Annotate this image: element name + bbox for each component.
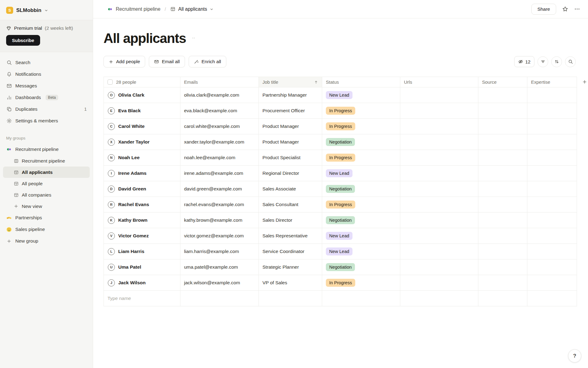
expertise-cell[interactable] (527, 87, 577, 103)
workspace-switcher[interactable]: S SLMobbin (0, 0, 93, 20)
email-cell[interactable]: carol.white@example.com (180, 119, 259, 134)
table-row[interactable]: D David Green david.green@example.com Sa… (104, 181, 577, 197)
star-icon[interactable] (562, 6, 568, 12)
status-cell[interactable]: Negotiation (322, 134, 400, 150)
urls-cell[interactable] (400, 181, 478, 197)
email-cell[interactable]: liam.harris@example.com (180, 244, 259, 259)
urls-cell[interactable] (400, 259, 478, 275)
sidebar-item-notifications[interactable]: Notifications (3, 68, 90, 80)
name-cell[interactable]: E Eva Black (104, 103, 180, 118)
name-cell[interactable]: X Xander Taylor (104, 134, 180, 150)
breadcrumb-view[interactable]: All applicants (178, 6, 207, 12)
view-recruitment-pipeline[interactable]: Recruitment pipeline (3, 155, 90, 167)
urls-cell[interactable] (400, 134, 478, 150)
table-row[interactable]: C Carol White carol.white@example.com Pr… (104, 119, 577, 134)
email-cell[interactable]: rachel.evans@example.com (180, 197, 259, 212)
source-cell[interactable] (478, 103, 527, 118)
add-column-button[interactable] (581, 78, 588, 86)
expertise-cell[interactable] (527, 103, 577, 118)
email-cell[interactable]: uma.patel@example.com (180, 259, 259, 275)
column-header-emails[interactable]: Emails (180, 77, 259, 87)
name-cell[interactable]: N Noah Lee (104, 150, 180, 165)
table-row[interactable]: R Rachel Evans rachel.evans@example.com … (104, 197, 577, 213)
email-cell[interactable]: jack.wilson@example.com (180, 275, 259, 290)
column-header-source[interactable]: Source (478, 77, 527, 87)
source-cell[interactable] (478, 197, 527, 212)
group-recruitment-pipeline[interactable]: Recruitment pipeline (3, 144, 90, 155)
email-cell[interactable]: xander.taylor@example.com (180, 134, 259, 150)
status-cell[interactable]: In Progress (322, 150, 400, 165)
job-title-cell[interactable]: Sales Associate (259, 181, 322, 197)
sort-button[interactable] (551, 56, 562, 67)
expertise-cell[interactable] (527, 244, 577, 259)
more-options-icon[interactable] (574, 6, 580, 12)
status-cell[interactable]: In Progress (322, 197, 400, 212)
chevron-down-icon[interactable] (210, 7, 213, 11)
urls-cell[interactable] (400, 150, 478, 165)
column-header-job-title[interactable]: Job title (259, 77, 322, 87)
urls-cell[interactable] (400, 166, 478, 181)
sidebar-item-dashboards[interactable]: Dashboards Beta (3, 92, 90, 103)
table-row[interactable]: K Kathy Brown kathy.brown@example.com Sa… (104, 213, 577, 228)
help-button[interactable]: ? (568, 349, 581, 362)
table-row[interactable]: X Xander Taylor xander.taylor@example.co… (104, 134, 577, 150)
job-title-cell[interactable]: Regional Director (259, 166, 322, 181)
expertise-cell[interactable] (527, 228, 577, 243)
table-row[interactable]: V Victor Gomez victor.gomez@example.com … (104, 228, 577, 244)
subscribe-button[interactable]: Subscribe (6, 35, 40, 46)
new-group-button[interactable]: New group (3, 235, 90, 247)
urls-cell[interactable] (400, 228, 478, 243)
group-sales-pipeline[interactable]: Sales pipeline (3, 224, 90, 235)
status-cell[interactable]: Negotiation (322, 181, 400, 197)
email-cell[interactable]: olivia.clark@example.com (180, 87, 259, 103)
table-row[interactable]: O Olivia Clark olivia.clark@example.com … (104, 87, 577, 103)
status-cell[interactable]: New Lead (322, 166, 400, 181)
view-all-applicants[interactable]: All applicants (3, 167, 90, 178)
table-row[interactable]: U Uma Patel uma.patel@example.com Strate… (104, 259, 577, 275)
expertise-cell[interactable] (527, 275, 577, 290)
urls-cell[interactable] (400, 244, 478, 259)
urls-cell[interactable] (400, 103, 478, 118)
name-cell[interactable]: L Liam Harris (104, 244, 180, 259)
name-cell[interactable]: I Irene Adams (104, 166, 180, 181)
source-cell[interactable] (478, 259, 527, 275)
group-partnerships[interactable]: Partnerships (3, 212, 90, 224)
name-cell[interactable]: D David Green (104, 181, 180, 197)
status-cell[interactable]: New Lead (322, 228, 400, 243)
title-more-icon[interactable] (191, 36, 196, 40)
email-cell[interactable]: eva.black@example.com (180, 103, 259, 118)
sidebar-item-duplicates[interactable]: Duplicates 1 (3, 103, 90, 115)
expertise-cell[interactable] (527, 197, 577, 212)
table-row[interactable]: J Jack Wilson jack.wilson@example.com VP… (104, 275, 577, 291)
source-cell[interactable] (478, 150, 527, 165)
view-all-people[interactable]: All people (3, 178, 90, 189)
job-title-cell[interactable]: Product Specialist (259, 150, 322, 165)
select-all-checkbox[interactable] (107, 79, 113, 85)
name-cell[interactable]: J Jack Wilson (104, 275, 180, 290)
job-title-cell[interactable]: Sales Consultant (259, 197, 322, 212)
job-title-cell[interactable]: Procurement Officer (259, 103, 322, 118)
name-cell[interactable]: V Victor Gomez (104, 228, 180, 243)
search-table-button[interactable] (565, 56, 576, 67)
expertise-cell[interactable] (527, 213, 577, 228)
new-view-button[interactable]: New view (3, 201, 90, 212)
email-all-button[interactable]: Email all (149, 56, 185, 67)
type-name-input[interactable] (107, 296, 176, 301)
urls-cell[interactable] (400, 197, 478, 212)
status-cell[interactable]: New Lead (322, 244, 400, 259)
job-title-cell[interactable]: Product Manager (259, 134, 322, 150)
email-cell[interactable]: noah.lee@example.com (180, 150, 259, 165)
share-button[interactable]: Share (531, 4, 556, 15)
table-row[interactable]: L Liam Harris liam.harris@example.com Se… (104, 244, 577, 259)
source-cell[interactable] (478, 244, 527, 259)
expertise-cell[interactable] (527, 150, 577, 165)
add-people-button[interactable]: Add people (104, 56, 145, 67)
expertise-cell[interactable] (527, 166, 577, 181)
source-cell[interactable] (478, 181, 527, 197)
job-title-cell[interactable]: Product Manager (259, 119, 322, 134)
email-cell[interactable]: victor.gomez@example.com (180, 228, 259, 243)
email-cell[interactable]: irene.adams@example.com (180, 166, 259, 181)
job-title-cell[interactable]: Strategic Planner (259, 259, 322, 275)
job-title-cell[interactable]: Partnership Manager (259, 87, 322, 103)
view-all-companies[interactable]: All companies (3, 189, 90, 201)
